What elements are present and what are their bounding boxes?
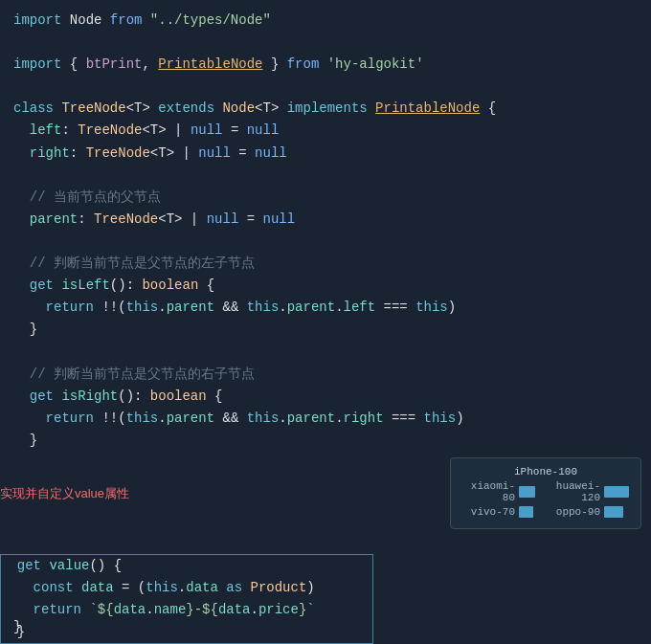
code-line-20: }	[13, 430, 638, 452]
bar-label-vivo: vivo-70	[462, 506, 515, 518]
bar-track-xiaomi	[519, 486, 544, 498]
bar-track-vivo	[519, 506, 544, 518]
code-line-16	[13, 341, 638, 363]
annotation-label: 实现并自定义value属性	[0, 485, 129, 502]
code-line-11	[13, 231, 638, 253]
bar-row-2: vivo-70 oppo-90	[462, 503, 629, 521]
closing-brace: }	[13, 619, 21, 634]
code-line-close-value: }	[1, 621, 372, 643]
bar-fill-oppo	[604, 506, 623, 518]
code-line-14: return !!(this.parent && this.parent.lef…	[13, 297, 638, 319]
bar-track-huawei	[604, 486, 629, 498]
code-line-17: // 判断当前节点是父节点的右子节点	[13, 364, 638, 386]
code-line-2	[13, 32, 638, 54]
code-line-19: return !!(this.parent && this.parent.rig…	[13, 408, 638, 430]
code-line-return-template: return `${data.name}-${data.price}`	[1, 599, 372, 621]
bar-track-oppo	[604, 506, 629, 518]
highlighted-code-block: get value() { const data = (this.data as…	[0, 554, 373, 644]
code-line-const-data: const data = (this.data as Product)	[1, 577, 372, 599]
bar-fill-xiaomi	[519, 486, 535, 498]
code-line-1: import Node from "../types/Node"	[13, 10, 638, 32]
code-line-5: class TreeNode<T> extends Node<T> implem…	[13, 98, 638, 120]
bar-label-oppo: oppo-90	[548, 506, 600, 518]
bar-fill-huawei	[604, 486, 629, 498]
bar-label-huawei: huawei-120	[548, 480, 600, 503]
code-line-3: import { btPrint, PrintableNode } from '…	[13, 54, 638, 76]
code-line-18: get isRight(): boolean {	[13, 386, 638, 408]
tooltip-title: iPhone-100	[462, 466, 629, 477]
code-line-8	[13, 165, 638, 187]
tooltip-popup: iPhone-100 xiaomi-80 huawei-120 vivo-70 …	[450, 457, 641, 529]
code-line-7: right: TreeNode<T> | null = null	[13, 143, 638, 165]
code-editor: import Node from "../types/Node" import …	[0, 0, 651, 644]
code-line-get-value: get value() {	[1, 555, 372, 577]
code-line-4	[13, 76, 638, 98]
code-line-10: parent: TreeNode<T> | null = null	[13, 209, 638, 231]
code-line-12: // 判断当前节点是父节点的左子节点	[13, 253, 638, 275]
bar-label-xiaomi: xiaomi-80	[462, 480, 515, 503]
tooltip-bars: xiaomi-80 huawei-120 vivo-70 oppo-90	[462, 483, 629, 521]
bar-row-1: xiaomi-80 huawei-120	[462, 483, 629, 500]
code-line-9: // 当前节点的父节点	[13, 187, 638, 209]
code-line-15: }	[13, 319, 638, 341]
bar-fill-vivo	[519, 506, 533, 518]
code-line-6: left: TreeNode<T> | null = null	[13, 120, 638, 142]
code-line-13: get isLeft(): boolean {	[13, 275, 638, 297]
